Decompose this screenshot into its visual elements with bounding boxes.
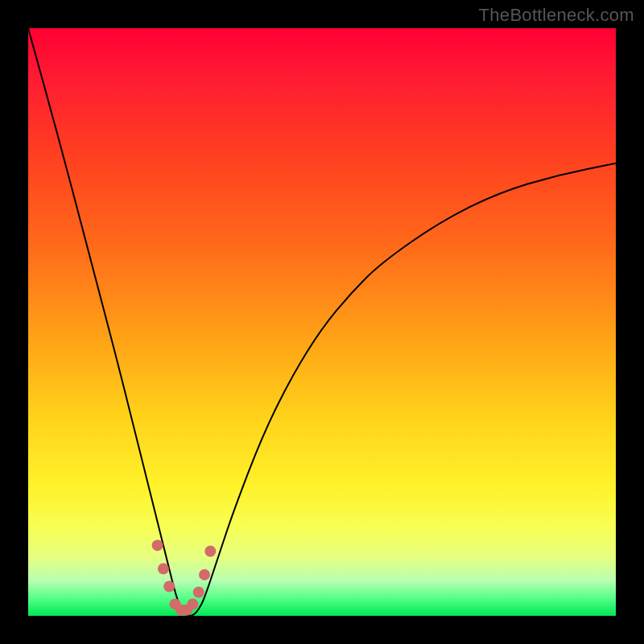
marker-dot (163, 581, 175, 592)
curve-path (28, 28, 616, 616)
marker-dot (187, 598, 198, 609)
marker-dot (193, 587, 204, 598)
plot-area (28, 28, 616, 616)
marker-dot (152, 539, 163, 551)
chart-svg (28, 28, 616, 616)
marker-dot (204, 546, 216, 557)
marker-dot (158, 564, 169, 575)
marker-dot (199, 569, 210, 580)
series-container (28, 28, 616, 616)
chart-frame: TheBottleneck.com (0, 0, 644, 644)
watermark-text: TheBottleneck.com (479, 5, 634, 26)
